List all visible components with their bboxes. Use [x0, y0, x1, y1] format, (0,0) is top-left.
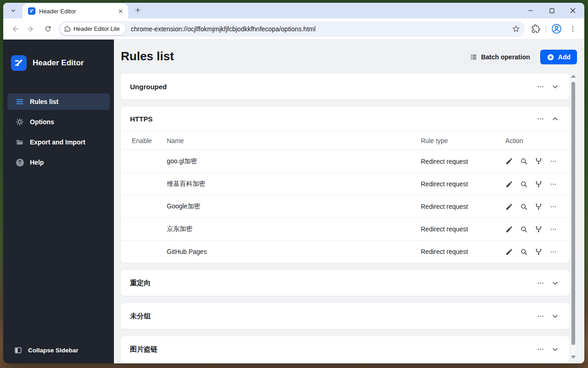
- edit-icon: [505, 225, 513, 233]
- branch-icon: [535, 203, 543, 211]
- view-button[interactable]: [519, 247, 529, 257]
- scroll-thumb[interactable]: [571, 82, 575, 345]
- group-header[interactable]: HTTPS: [121, 107, 570, 132]
- collapse-sidebar-button[interactable]: Collapse Sidebar: [3, 346, 114, 354]
- gear-icon: [16, 118, 24, 126]
- app-brand: Header Editor: [3, 40, 114, 71]
- column-header-rule-type: Rule type: [421, 137, 505, 144]
- profile-button[interactable]: [548, 21, 564, 37]
- forward-button[interactable]: [23, 21, 39, 37]
- group-card-ungrouped: Ungrouped: [121, 74, 570, 99]
- edit-button[interactable]: [504, 224, 514, 235]
- row-more-button[interactable]: [548, 179, 559, 190]
- main-content: Rules list Batch operation Add: [114, 40, 584, 363]
- sidebar-item-help[interactable]: ? Help: [7, 154, 110, 171]
- browser-toolbar: Header Editor Lite chrome-extension://oc…: [3, 18, 584, 40]
- add-button[interactable]: Add: [540, 50, 577, 64]
- extension-chip[interactable]: Header Editor Lite: [60, 23, 125, 35]
- clone-button[interactable]: [533, 156, 544, 167]
- close-button[interactable]: [562, 4, 583, 17]
- table-row: goo.gl加密 Redirect request: [121, 150, 570, 172]
- group-more-button[interactable]: [535, 344, 546, 355]
- edit-button[interactable]: [504, 201, 514, 212]
- row-more-button[interactable]: [548, 224, 559, 235]
- page-title: Rules list: [121, 49, 174, 63]
- bookmark-star-icon[interactable]: [512, 24, 520, 33]
- add-label: Add: [558, 53, 571, 61]
- sidebar-item-options[interactable]: Options: [7, 114, 110, 130]
- view-button[interactable]: [519, 201, 529, 212]
- group-expand-button[interactable]: [549, 277, 560, 288]
- kebab-menu-icon: [569, 25, 577, 33]
- row-more-button[interactable]: [548, 201, 559, 212]
- edit-button[interactable]: [504, 156, 514, 167]
- close-tab-icon[interactable]: [116, 7, 124, 15]
- minimize-button[interactable]: [520, 4, 541, 17]
- back-button[interactable]: [7, 21, 23, 37]
- row-more-button[interactable]: [548, 247, 559, 257]
- tab-search-button[interactable]: [7, 4, 20, 17]
- view-button[interactable]: [519, 179, 529, 190]
- maximize-button[interactable]: [541, 4, 562, 17]
- row-actions: [504, 156, 560, 167]
- group-more-button[interactable]: [535, 114, 546, 125]
- edit-icon: [505, 248, 513, 256]
- reload-button[interactable]: [40, 21, 56, 37]
- url-text: chrome-extension://ocjlffokmjmjkfjfcbjod…: [131, 25, 512, 33]
- group-expand-button[interactable]: [549, 344, 560, 355]
- group-header[interactable]: 重定向: [121, 270, 570, 296]
- sidebar-item-label: Export and Import: [30, 138, 85, 146]
- group-expand-button[interactable]: [549, 81, 560, 92]
- group-more-button[interactable]: [535, 81, 546, 92]
- tab-strip: Header Editor: [3, 3, 584, 18]
- scroll-up-arrow[interactable]: [571, 75, 576, 78]
- table-row: 维基百科加密 Redirect request: [121, 172, 570, 195]
- clone-button[interactable]: [533, 179, 544, 190]
- edit-button[interactable]: [504, 179, 514, 190]
- extension-chip-label: Header Editor Lite: [74, 26, 120, 32]
- edit-button[interactable]: [504, 247, 514, 257]
- view-button[interactable]: [519, 224, 529, 235]
- clone-button[interactable]: [533, 247, 544, 257]
- group-collapse-button[interactable]: [549, 114, 560, 125]
- clone-button[interactable]: [533, 201, 544, 212]
- active-tab[interactable]: Header Editor: [23, 4, 128, 18]
- rules-table-header: Enable Name Rule type Action: [121, 132, 570, 150]
- new-tab-button[interactable]: [132, 4, 144, 16]
- group-header[interactable]: 图片盗链: [121, 336, 570, 362]
- group-more-button[interactable]: [535, 277, 546, 288]
- more-icon: [550, 181, 557, 188]
- forward-arrow-icon: [27, 25, 35, 33]
- group-header[interactable]: 未分组: [121, 303, 570, 329]
- back-arrow-icon: [11, 25, 19, 33]
- search-icon: [520, 180, 528, 188]
- app-logo: [11, 55, 27, 71]
- address-bar[interactable]: Header Editor Lite chrome-extension://oc…: [58, 21, 525, 37]
- batch-operation-button[interactable]: Batch operation: [464, 50, 537, 64]
- branch-icon: [535, 248, 543, 256]
- row-more-button[interactable]: [548, 156, 559, 167]
- rule-type: Redirect request: [421, 158, 505, 165]
- content-scrollbar[interactable]: [571, 74, 575, 360]
- batch-operation-label: Batch operation: [481, 53, 530, 61]
- more-icon: [537, 115, 544, 123]
- sidebar-item-label: Options: [30, 118, 54, 126]
- sidebar-item-rules-list[interactable]: Rules list: [7, 93, 110, 110]
- browser-menu-button[interactable]: [565, 21, 581, 37]
- group-more-button[interactable]: [535, 310, 546, 322]
- edit-icon: [505, 180, 513, 188]
- rule-name: Google加密: [167, 202, 421, 211]
- view-button[interactable]: [519, 156, 529, 167]
- rule-type: Redirect request: [421, 225, 505, 233]
- more-icon: [537, 83, 544, 91]
- group-header[interactable]: Ungrouped: [121, 74, 570, 99]
- group-expand-button[interactable]: [549, 310, 560, 322]
- extensions-button[interactable]: [528, 21, 543, 37]
- group-card-hotlink: 图片盗链: [121, 336, 570, 362]
- clone-button[interactable]: [533, 224, 544, 235]
- sidebar-item-export-import[interactable]: Export and Import: [7, 134, 110, 150]
- more-icon: [550, 248, 557, 255]
- chevron-up-icon: [552, 115, 559, 122]
- scroll-down-arrow[interactable]: [571, 356, 576, 359]
- column-header-action: Action: [505, 137, 560, 144]
